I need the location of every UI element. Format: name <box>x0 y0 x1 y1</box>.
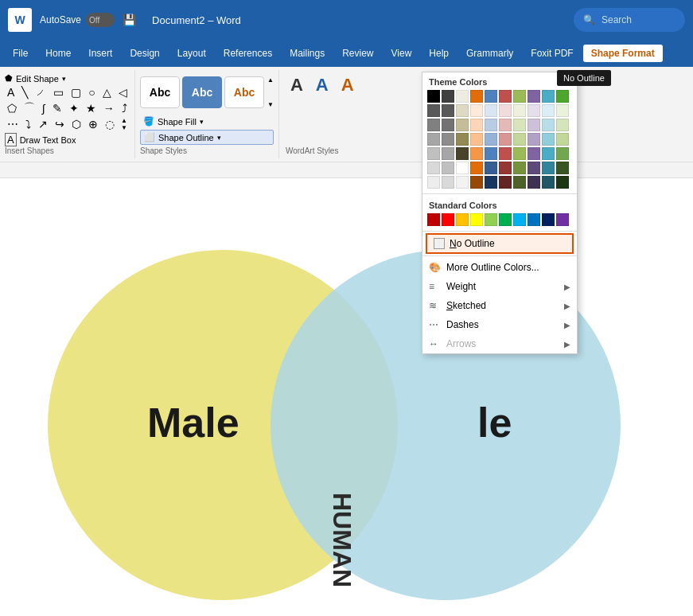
shape-outline-expand[interactable]: ▾ <box>217 134 221 142</box>
color-blue3[interactable] <box>485 119 497 131</box>
menu-help[interactable]: Help <box>421 45 457 62</box>
shape-outline-button[interactable]: ⬜ Shape Outline ▾ <box>140 130 274 145</box>
color-blue4[interactable] <box>485 133 497 146</box>
color-purple6[interactable] <box>528 162 540 174</box>
color-blue6[interactable] <box>485 162 497 174</box>
color-orange6[interactable] <box>470 162 483 174</box>
std-purple[interactable] <box>556 213 569 226</box>
std-green[interactable] <box>499 213 512 226</box>
line-icon[interactable]: ╲ <box>19 85 30 99</box>
more4-icon[interactable]: ↪ <box>53 117 67 131</box>
color-ylgreen6[interactable] <box>556 162 569 174</box>
color-cyan7[interactable] <box>542 176 555 189</box>
star4-icon[interactable]: ✦ <box>67 101 81 115</box>
wordart-btn-1[interactable]: A <box>286 73 308 97</box>
color-orange2[interactable] <box>470 104 483 117</box>
color-red2[interactable] <box>499 104 512 117</box>
arrow-icon[interactable]: → <box>101 101 117 115</box>
color-ylgreen4[interactable] <box>556 133 569 146</box>
star5-icon[interactable]: ★ <box>84 101 99 115</box>
color-red4[interactable] <box>499 133 512 146</box>
color-purple3[interactable] <box>528 119 540 131</box>
color-cyan3[interactable] <box>542 119 555 131</box>
menu-design[interactable]: Design <box>122 45 167 62</box>
color-white3[interactable] <box>456 119 469 131</box>
std-yellow[interactable] <box>470 213 483 226</box>
color-purple1[interactable] <box>528 90 540 103</box>
color-ylgreen7[interactable] <box>556 176 569 189</box>
search-box[interactable]: 🔍 Search <box>574 8 685 32</box>
color-green7[interactable] <box>513 176 526 189</box>
color-green5[interactable] <box>513 147 526 160</box>
dashes-option[interactable]: ⋯ Dashes ▶ <box>422 315 577 334</box>
pentagon-icon[interactable]: ⬠ <box>5 101 19 115</box>
color-purple2[interactable] <box>528 104 540 117</box>
style-scroll-up[interactable]: ▲ <box>267 76 274 84</box>
style-btn-3[interactable]: Abc <box>224 76 264 108</box>
save-button[interactable]: 💾 <box>123 14 136 26</box>
color-orange3[interactable] <box>470 119 483 131</box>
shape-fill-expand[interactable]: ▾ <box>200 118 204 126</box>
color-green2[interactable] <box>513 104 526 117</box>
color-cyan5[interactable] <box>542 147 555 160</box>
color-cyan6[interactable] <box>542 162 555 174</box>
menu-layout[interactable]: Layout <box>169 45 214 62</box>
color-red6[interactable] <box>499 162 512 174</box>
color-gray3[interactable] <box>427 133 440 146</box>
menu-home[interactable]: Home <box>37 45 79 62</box>
more-outline-colors-option[interactable]: 🎨 More Outline Colors... <box>422 258 577 277</box>
color-blue1[interactable] <box>485 90 497 103</box>
style-scroll-down[interactable]: ▼ <box>267 101 274 108</box>
color-red7[interactable] <box>499 176 512 189</box>
menu-mailings[interactable]: Mailings <box>282 45 333 62</box>
color-green1[interactable] <box>513 90 526 103</box>
rect-icon[interactable]: ▭ <box>51 85 66 99</box>
color-cyan2[interactable] <box>542 104 555 117</box>
oval-icon[interactable]: ○ <box>86 85 97 99</box>
round-rect-icon[interactable]: ▢ <box>68 85 84 99</box>
color-cyan4[interactable] <box>542 133 555 146</box>
color-red5[interactable] <box>499 147 512 160</box>
color-red1[interactable] <box>499 90 512 103</box>
sketched-option[interactable]: ≋ Sketched ▶ <box>422 296 577 315</box>
color-gray2[interactable] <box>427 119 440 131</box>
more1-icon[interactable]: ⋯ <box>5 117 21 131</box>
color-green3[interactable] <box>513 119 526 131</box>
std-darkred[interactable] <box>427 213 440 226</box>
more6-icon[interactable]: ⊕ <box>86 117 100 131</box>
std-ltblue[interactable] <box>513 213 526 226</box>
color-white5[interactable] <box>456 147 469 160</box>
color-white1[interactable] <box>456 90 469 103</box>
menu-shape-format[interactable]: Shape Format <box>583 45 663 62</box>
autosave-toggle[interactable]: Off <box>86 13 115 27</box>
color-dgray7[interactable] <box>442 176 454 189</box>
color-ylgreen5[interactable] <box>556 147 569 160</box>
color-red3[interactable] <box>499 119 512 131</box>
style-btn-2[interactable]: Abc <box>182 76 222 108</box>
menu-review[interactable]: Review <box>334 45 381 62</box>
curve-icon[interactable]: ⌒ <box>21 100 37 116</box>
menu-grammarly[interactable]: Grammarly <box>458 45 521 62</box>
color-white2[interactable] <box>456 104 469 117</box>
scroll-icon[interactable]: ⤴ <box>119 101 130 115</box>
color-dgray2[interactable] <box>442 104 454 117</box>
color-dgray1[interactable] <box>442 90 454 103</box>
color-purple5[interactable] <box>528 147 540 160</box>
color-black[interactable] <box>427 90 440 103</box>
triangle-icon[interactable]: △ <box>100 85 114 99</box>
std-darkblue[interactable] <box>542 213 555 226</box>
color-dgray4[interactable] <box>442 133 454 146</box>
rtriangle-icon[interactable]: ◁ <box>116 85 130 99</box>
color-white6[interactable] <box>456 162 469 174</box>
menu-view[interactable]: View <box>383 45 420 62</box>
edit-shape-button[interactable]: ⬟ Edit Shape ▾ <box>5 73 130 84</box>
color-dgray3[interactable] <box>442 119 454 131</box>
std-blue[interactable] <box>528 213 540 226</box>
scroll-down-arrow[interactable]: ▼ <box>121 124 127 131</box>
wordart-btn-2[interactable]: A <box>311 73 333 97</box>
draw-text-box-button[interactable]: A Draw Text Box <box>5 133 130 146</box>
shapes-scroll[interactable]: ▲ ▼ <box>121 117 127 131</box>
color-gray4[interactable] <box>427 147 440 160</box>
color-gray5[interactable] <box>427 162 440 174</box>
color-orange4[interactable] <box>470 133 483 146</box>
